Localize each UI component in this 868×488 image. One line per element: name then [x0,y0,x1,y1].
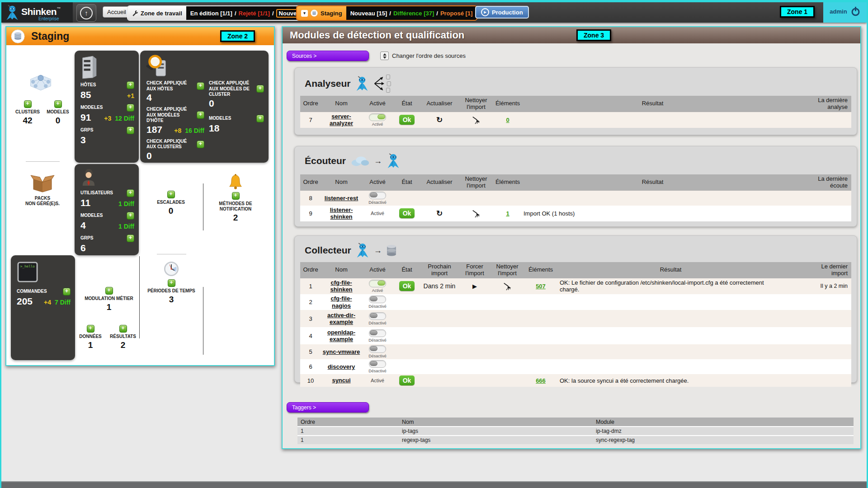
force-import-icon[interactable]: ▶ [472,283,477,290]
source-name-link[interactable]: discovery [328,363,355,371]
add-icon[interactable]: + [63,288,71,296]
sort-order-icon[interactable] [380,52,389,60]
staging-statuses: Nouveau [15] / Différence [37] / Proposé… [346,6,477,20]
status-new-count[interactable]: Nouveau [15] [350,10,387,17]
checks-right-column: CHECK APPLIQUÉ AUX MODÈLES DE CLUSTER+ 0… [209,80,264,137]
stat-label: DONNÉES [79,334,101,339]
add-icon[interactable]: + [197,111,204,119]
stat-escalades: + ESCALADES 0 [153,191,189,216]
add-icon[interactable]: + [256,115,264,122]
source-name-link[interactable]: cfg-file-shinken [322,279,361,293]
status-editing[interactable]: En édition [1/1] [190,10,232,17]
col-header: Éléments [494,178,522,187]
elements-link[interactable]: 507 [536,283,546,290]
staging-menu[interactable]: ▾ Staging Nouveau [15] / Différence [37]… [296,5,477,21]
status-difference-count[interactable]: Différence [37] [393,10,434,17]
source-name-link[interactable]: openldap-example [322,329,361,343]
add-icon[interactable]: + [54,100,62,108]
row-label: MODELES [80,105,103,111]
tile-row: CHECK APPLIQUÉ AUX CLUSTERS+ 0 [146,139,204,161]
scroll-top-button[interactable]: ↑ [76,4,96,22]
toggle-switch[interactable] [369,192,386,199]
toggle-switch[interactable] [369,280,386,287]
refresh-icon[interactable]: ↻ [436,209,443,218]
elements-link[interactable]: 0 [506,117,509,123]
source-name-link[interactable]: server-analyzer [322,113,361,127]
status-badge: Ok [399,208,415,218]
source-name-link[interactable]: cfg-file-nagios [322,295,361,309]
row-dernier-import: Il y a 2 min [783,282,851,290]
production-button[interactable]: ▸ Production [475,6,529,19]
refresh-icon[interactable]: ↻ [436,115,443,125]
status-proposed-count[interactable]: Proposé [1] [440,10,473,17]
add-icon[interactable]: + [127,189,134,197]
chevron-down-icon[interactable]: ▾ [301,10,308,17]
zone2-button[interactable]: Zone 2 [220,30,255,42]
taggers-table: Ordre Nom Module 1 ip-tags ip-tag-dmz 1 … [297,418,854,444]
source-name-link[interactable]: active-dir-example [322,312,361,326]
zone1-button[interactable]: Zone 1 [780,6,815,18]
col-header: Activé [362,178,393,187]
home-button[interactable]: Accueil [103,6,131,18]
modules-panel-body: Sources > Changer l'ordre des sources An… [283,43,860,448]
source-name-link[interactable]: syncui [332,377,350,384]
separator: / [272,10,274,17]
toggle-label: Désactivé [368,304,387,309]
power-icon[interactable] [851,6,860,17]
source-name-link[interactable]: listener-shinken [322,206,361,221]
add-icon[interactable]: + [127,127,134,134]
add-icon[interactable]: + [24,100,32,108]
collecteur-table: Ordre Nom Activé État Prochain import Fo… [300,262,851,387]
add-icon[interactable]: + [256,85,264,93]
add-icon[interactable]: + [197,82,204,90]
username[interactable]: admin [830,8,847,15]
status-rejected[interactable]: Rejeté [1/1] [239,10,270,17]
toggle-switch[interactable] [369,345,386,353]
row-value: 0 [209,98,214,108]
col-header: Résultat [522,178,783,187]
toggle-switch[interactable] [369,296,386,303]
source-name-link[interactable]: listener-rest [325,195,358,202]
add-icon[interactable]: + [197,141,204,148]
toggle-label: Activé [371,211,384,216]
clean-import-icon[interactable] [503,282,512,291]
add-icon[interactable]: + [168,279,175,287]
add-icon[interactable]: + [127,81,134,89]
add-icon[interactable]: + [105,287,113,295]
add-icon[interactable]: + [119,325,127,333]
elements-link[interactable]: 1 [506,210,509,217]
toggle-switch[interactable] [369,360,386,368]
app-logo[interactable]: Shinken™ Enterprise [1,2,73,23]
row-value: 91 [80,112,91,122]
row-label: HÔTES [80,82,96,88]
elements-link[interactable]: 666 [536,377,546,384]
sources-button[interactable]: Sources > [287,51,369,61]
stat-resultats: + RÉSULTATS 2 [107,325,139,350]
row-label: GRPS [80,127,93,133]
add-icon[interactable]: + [127,212,134,220]
add-icon[interactable]: + [167,191,175,198]
source-name-link[interactable]: sync-vmware [323,348,360,356]
col-header: Le dernier import [783,262,851,278]
col-header: État [393,178,420,187]
add-icon[interactable]: + [127,104,134,112]
clean-import-icon[interactable] [472,209,481,218]
ninja-icon [356,242,369,258]
bell-icon [228,174,243,190]
taggers-button[interactable]: Taggers > [287,402,369,413]
staging-label-segment[interactable]: ▾ Staging [297,6,346,20]
clean-import-icon[interactable] [472,116,481,124]
col-header: Nettoyer l'import [491,262,524,278]
workzone-menu[interactable]: Zone de travail En édition [1/1] / Rejet… [127,5,320,21]
add-icon[interactable]: + [127,235,134,242]
table-row: 1 ip-tags ip-tag-dmz [297,426,854,435]
zone3-button[interactable]: Zone 3 [576,29,611,41]
add-icon[interactable]: + [232,192,240,200]
hosts-tile: HÔTES+ 85+1 MODELES+ 91+312 Diff GRPS+ 3 [75,51,139,163]
toggle-switch[interactable] [369,329,386,337]
toggle-switch[interactable] [369,312,386,320]
toggle-switch[interactable] [369,113,386,121]
users-tile-rows: UTILISATEURS+ 111 Diff MODELES+ 41 Diff … [80,189,134,257]
add-icon[interactable]: + [87,325,94,333]
workzone-label-segment[interactable]: Zone de travail [128,6,186,20]
